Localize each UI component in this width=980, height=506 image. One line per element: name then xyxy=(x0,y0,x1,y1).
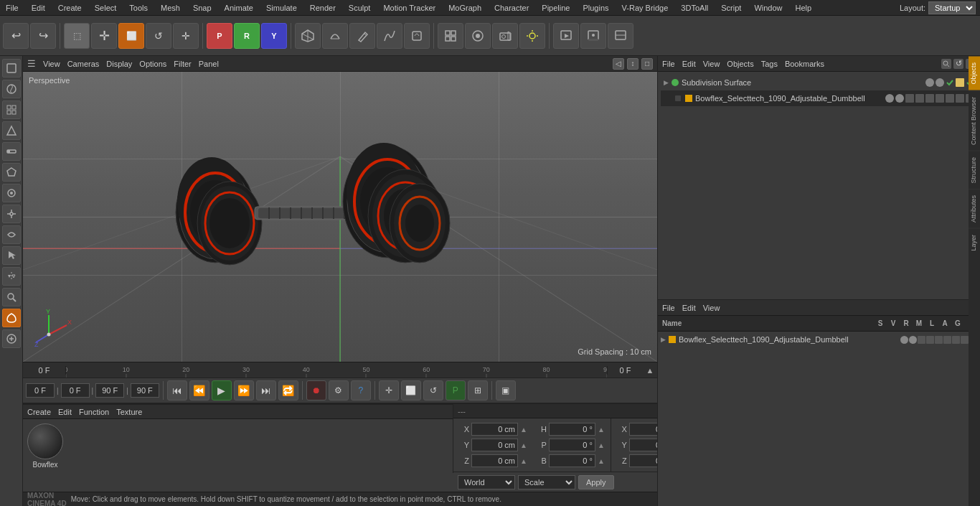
menu-script[interactable]: Script xyxy=(720,4,743,12)
playback-go-end[interactable]: ⏭ xyxy=(256,380,276,400)
viewport-menu-options[interactable]: Options xyxy=(139,60,166,68)
menu-help[interactable]: Help xyxy=(794,4,814,12)
rp-tab-structure[interactable]: Structure xyxy=(969,151,980,189)
viewport-menu-panel[interactable]: Panel xyxy=(199,60,219,68)
rp-tab-content-browser[interactable]: Content Browser xyxy=(969,90,980,151)
transform-button[interactable]: ✛ xyxy=(173,23,199,49)
menu-window[interactable]: Window xyxy=(753,4,783,12)
coord-h-arrow[interactable]: ▲ xyxy=(598,426,605,434)
menu-3dtoall[interactable]: 3DToAll xyxy=(679,4,710,12)
menu-pipeline[interactable]: Pipeline xyxy=(540,4,571,12)
tool-snap2[interactable] xyxy=(2,205,21,223)
tool-polygon[interactable] xyxy=(2,163,21,182)
attr-menu-edit[interactable]: Edit xyxy=(682,304,696,312)
select-tool-button[interactable]: ⬚ xyxy=(64,23,90,49)
apply-button[interactable]: Apply xyxy=(578,475,614,489)
move-tool-button[interactable]: ✛ xyxy=(91,23,117,49)
menu-simulate[interactable]: Simulate xyxy=(265,4,298,12)
rotate-tool-button[interactable]: ↺ xyxy=(146,23,171,49)
menu-file[interactable]: File xyxy=(4,4,20,12)
menu-edit[interactable]: Edit xyxy=(30,4,47,12)
render-button[interactable] xyxy=(553,23,579,49)
coord-y-val[interactable] xyxy=(471,439,518,451)
scale-tool-button[interactable]: ⬜ xyxy=(118,23,144,49)
coord-z-val[interactable] xyxy=(471,454,518,467)
object-row-subdivision[interactable]: ▶ Subdivision Surface xyxy=(661,75,977,90)
tool-hair[interactable] xyxy=(2,329,21,348)
material-item-bowflex[interactable]: Bowflex xyxy=(27,423,63,469)
field-button[interactable] xyxy=(465,23,491,49)
coord-y-arrow[interactable]: ▲ xyxy=(520,441,527,449)
timeline-ruler[interactable]: 0 10 20 30 40 50 60 70 80 xyxy=(66,362,607,378)
playback-mode-5[interactable]: ⊞ xyxy=(468,380,488,400)
array-button[interactable] xyxy=(438,23,463,49)
tool-selection[interactable] xyxy=(2,246,21,265)
spline-button[interactable] xyxy=(377,23,402,49)
undo-button[interactable]: ↩ xyxy=(3,23,29,49)
rp-tab-layer[interactable]: Layer xyxy=(969,228,980,257)
om-menu-bookmarks[interactable]: Bookmarks xyxy=(785,60,824,68)
playback-timeline-toggle[interactable]: ▣ xyxy=(496,380,516,400)
playback-record-active[interactable]: ⏺ xyxy=(306,380,326,400)
coord-b-arrow[interactable]: ▲ xyxy=(598,457,605,465)
playback-mode-1[interactable]: ✛ xyxy=(379,380,399,400)
menu-plugins[interactable]: Plugins xyxy=(581,4,610,12)
menu-create[interactable]: Create xyxy=(57,4,83,12)
om-search-icon[interactable] xyxy=(941,59,951,69)
rp-tab-objects[interactable]: Objects xyxy=(969,56,980,90)
rp-tab-attributes[interactable]: Attributes xyxy=(969,189,980,228)
om-menu-file[interactable]: File xyxy=(662,60,675,68)
menu-animate[interactable]: Animate xyxy=(223,4,255,12)
tool-brush[interactable] xyxy=(2,184,21,202)
axis-p-button[interactable]: P xyxy=(207,23,232,49)
cube-button[interactable] xyxy=(295,23,321,49)
tool-paint[interactable] xyxy=(2,288,21,306)
viewport-menu-filter[interactable]: Filter xyxy=(174,60,191,68)
viewport-menu-display[interactable]: Display xyxy=(106,60,132,68)
playback-mode-3[interactable]: ↺ xyxy=(423,380,443,400)
surface-button[interactable] xyxy=(322,23,348,49)
redo-button[interactable]: ↪ xyxy=(30,23,56,49)
playback-play[interactable]: ▶ xyxy=(212,380,232,400)
tool-model[interactable] xyxy=(2,59,21,78)
light-button[interactable] xyxy=(519,23,545,49)
playback-prev-frame[interactable]: ⏪ xyxy=(189,380,209,400)
camera-button[interactable] xyxy=(492,23,518,49)
size-x-val[interactable] xyxy=(629,423,657,436)
attr-menu-view[interactable]: View xyxy=(703,304,720,312)
size-z-val[interactable] xyxy=(629,454,657,467)
renderview-button[interactable] xyxy=(608,23,633,49)
axis-y-button[interactable]: Y xyxy=(261,23,287,49)
menu-motion-tracker[interactable]: Motion Tracker xyxy=(382,4,437,12)
tool-tweak[interactable] xyxy=(2,225,21,244)
mat-menu-function[interactable]: Function xyxy=(79,408,109,416)
mat-menu-create[interactable]: Create xyxy=(27,408,51,416)
render-settings-button[interactable] xyxy=(580,23,606,49)
playback-preview-end[interactable] xyxy=(95,383,124,398)
playback-help[interactable]: ? xyxy=(351,380,371,400)
coord-p-arrow[interactable]: ▲ xyxy=(598,441,605,449)
viewport-ctrl-2[interactable]: ↕ xyxy=(627,58,639,70)
om-menu-tags[interactable]: Tags xyxy=(761,60,778,68)
coord-x-arrow[interactable]: ▲ xyxy=(520,426,527,434)
deform-button[interactable] xyxy=(404,23,430,49)
playback-next-frame[interactable]: ⏩ xyxy=(234,380,254,400)
menu-sculpt[interactable]: Sculpt xyxy=(347,4,372,12)
menu-mesh[interactable]: Mesh xyxy=(159,4,182,12)
mat-menu-edit[interactable]: Edit xyxy=(58,408,72,416)
playback-mode-4[interactable]: P xyxy=(446,380,466,400)
viewport[interactable]: Perspective Grid Spacing : 10 cm X Y Z xyxy=(23,72,657,362)
menu-snap[interactable]: Snap xyxy=(192,4,213,12)
viewport-ctrl-3[interactable]: □ xyxy=(641,58,653,70)
coord-b-val[interactable] xyxy=(549,454,595,467)
playback-record-auto[interactable]: ⚙ xyxy=(329,380,349,400)
tool-sculpt2[interactable] xyxy=(2,309,21,327)
coord-h-val[interactable] xyxy=(549,423,595,436)
scale-select[interactable]: Scale xyxy=(518,475,575,489)
viewport-hamburger[interactable]: ☰ xyxy=(27,58,36,69)
mat-menu-texture[interactable]: Texture xyxy=(116,408,142,416)
timeline-end-btn[interactable]: ▲ xyxy=(643,366,657,375)
playback-start-field[interactable] xyxy=(26,383,55,398)
om-menu-edit[interactable]: Edit xyxy=(682,60,696,68)
viewport-ctrl-1[interactable]: ◁ xyxy=(613,58,624,70)
